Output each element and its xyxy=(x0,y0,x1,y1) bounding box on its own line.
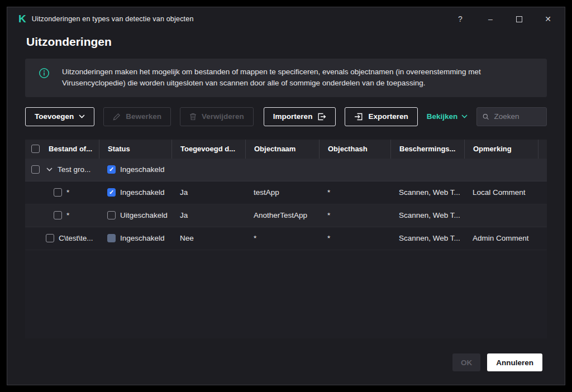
add-button[interactable]: Toevoegen xyxy=(25,107,94,126)
row-checkbox[interactable] xyxy=(46,234,54,242)
export-button[interactable]: Exporteren xyxy=(345,107,417,126)
toolbar: Toevoegen Bewerken Verwijderen Importere… xyxy=(25,107,547,126)
edit-button[interactable]: Bewerken xyxy=(103,107,171,126)
export-button-label: Exporteren xyxy=(368,112,408,121)
import-button[interactable]: Importeren xyxy=(264,107,336,126)
status-label: Ingeschakeld xyxy=(120,188,165,197)
delete-button-label: Verwijderen xyxy=(202,112,244,121)
help-icon[interactable]: ? xyxy=(456,15,465,23)
objectname-cell: testApp xyxy=(245,188,319,197)
table-body: Test gro... Ingeschakeld * xyxy=(25,159,547,338)
col-header-added[interactable]: Toegevoegd d... xyxy=(171,140,245,159)
status-checkbox[interactable] xyxy=(107,234,116,242)
table-empty-area xyxy=(25,250,547,338)
chevron-down-icon xyxy=(461,114,468,118)
exclusions-table: Bestand of... Status Toegevoegd d... Obj… xyxy=(25,140,547,338)
select-all-checkbox-cell xyxy=(25,140,45,159)
col-header-protection[interactable]: Beschermings... xyxy=(390,140,464,159)
objectname-cell: AnotherTestApp xyxy=(245,211,319,219)
row-checkbox[interactable] xyxy=(31,165,40,174)
status-label: Uitgeschakeld xyxy=(120,211,168,219)
window-controls: ? – ✕ xyxy=(456,15,552,23)
objecthash-cell: * xyxy=(319,211,390,219)
pencil-icon xyxy=(113,113,121,121)
export-icon xyxy=(354,113,363,121)
search-box[interactable] xyxy=(476,107,547,126)
ok-button[interactable]: OK xyxy=(452,353,480,371)
protection-cell: Scannen, Web T... xyxy=(390,211,464,219)
search-input[interactable] xyxy=(494,112,541,121)
view-menu-button[interactable]: Bekijken xyxy=(427,112,468,121)
minimize-icon[interactable]: – xyxy=(486,15,495,23)
objecthash-cell: * xyxy=(319,234,390,242)
added-cell: Ja xyxy=(171,188,245,197)
dialog-footer: OK Annuleren xyxy=(7,353,565,385)
added-cell: Ja xyxy=(171,211,245,219)
col-header-objecthash[interactable]: Objecthash xyxy=(319,140,390,159)
chevron-down-icon xyxy=(79,114,85,118)
close-icon[interactable]: ✕ xyxy=(544,15,552,23)
chevron-down-icon xyxy=(46,168,53,171)
status-checkbox[interactable] xyxy=(107,211,116,219)
table-row[interactable]: * Uitgeschakeld Ja AnotherTestApp * Scan… xyxy=(25,204,547,227)
header-spacer xyxy=(538,140,548,159)
row-checkbox[interactable] xyxy=(54,188,62,197)
table-row[interactable]: C\test\te... Ingeschakeld Nee * * Scanne… xyxy=(25,227,547,250)
protection-cell: Scannen, Web T... xyxy=(390,188,464,197)
file-cell: * xyxy=(66,211,69,219)
import-button-label: Importeren xyxy=(273,112,313,121)
kaspersky-logo-icon: K xyxy=(18,13,26,25)
table-row[interactable]: * Ingeschakeld Ja testApp * Scannen, Web… xyxy=(25,181,547,204)
status-checkbox[interactable] xyxy=(107,188,116,197)
status-label: Ingeschakeld xyxy=(120,165,165,174)
group-name: Test gro... xyxy=(58,165,90,174)
info-banner: Uitzonderingen maken het mogelijk om bes… xyxy=(25,59,547,97)
info-icon xyxy=(39,68,50,81)
comment-cell: Admin Comment xyxy=(464,234,538,242)
col-header-comment[interactable]: Opmerking xyxy=(464,140,538,159)
info-text: Uitzonderingen maken het mogelijk om bes… xyxy=(62,66,533,89)
status-label: Ingeschakeld xyxy=(120,234,165,242)
window-title: Uitzonderingen en types van detectie van… xyxy=(32,15,194,23)
col-header-status[interactable]: Status xyxy=(99,140,171,159)
page-title: Uitzonderingen xyxy=(7,31,565,59)
maximize-icon[interactable] xyxy=(516,16,522,22)
select-all-checkbox[interactable] xyxy=(31,145,40,153)
trash-icon xyxy=(189,113,197,121)
file-cell: C\test\te... xyxy=(59,234,93,242)
delete-button[interactable]: Verwijderen xyxy=(180,107,254,126)
search-icon xyxy=(483,113,489,121)
row-checkbox[interactable] xyxy=(54,211,62,219)
col-header-objectname[interactable]: Objectnaam xyxy=(245,140,319,159)
view-menu-label: Bekijken xyxy=(427,112,458,121)
status-checkbox[interactable] xyxy=(107,165,116,174)
file-cell: * xyxy=(66,188,69,197)
protection-cell: Scannen, Web T... xyxy=(390,234,464,242)
add-button-label: Toevoegen xyxy=(35,112,74,121)
dialog-window: K Uitzonderingen en types van detectie v… xyxy=(7,7,565,385)
objectname-cell: * xyxy=(245,234,319,242)
titlebar: K Uitzonderingen en types van detectie v… xyxy=(7,7,565,31)
comment-cell: Local Comment xyxy=(464,188,538,197)
table-header: Bestand of... Status Toegevoegd d... Obj… xyxy=(25,140,547,159)
edit-button-label: Bewerken xyxy=(126,112,161,121)
table-row-group[interactable]: Test gro... Ingeschakeld xyxy=(25,159,547,181)
objecthash-cell: * xyxy=(319,188,390,197)
col-header-file[interactable]: Bestand of... xyxy=(45,140,99,159)
cancel-button[interactable]: Annuleren xyxy=(487,353,542,371)
added-cell: Nee xyxy=(171,234,245,242)
import-icon xyxy=(317,113,326,121)
